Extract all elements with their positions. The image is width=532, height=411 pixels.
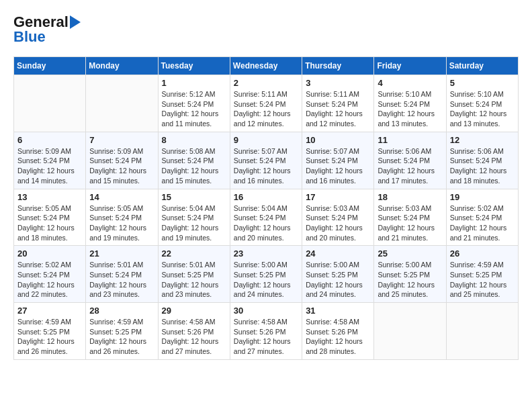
weekday-header-friday: Friday <box>374 57 446 75</box>
calendar-cell: 12Sunrise: 5:06 AM Sunset: 5:24 PM Dayli… <box>446 132 518 189</box>
day-info: Sunrise: 5:05 AM Sunset: 5:24 PM Dayligh… <box>89 203 154 243</box>
weekday-header-thursday: Thursday <box>302 57 374 75</box>
calendar-cell: 29Sunrise: 4:58 AM Sunset: 5:26 PM Dayli… <box>158 303 230 360</box>
day-number: 16 <box>234 192 298 202</box>
day-info: Sunrise: 4:59 AM Sunset: 5:25 PM Dayligh… <box>89 317 154 357</box>
weekday-header-monday: Monday <box>86 57 158 75</box>
calendar-cell: 19Sunrise: 5:02 AM Sunset: 5:24 PM Dayli… <box>446 189 518 246</box>
calendar-cell: 16Sunrise: 5:04 AM Sunset: 5:24 PM Dayli… <box>230 189 302 246</box>
day-number: 30 <box>234 306 298 316</box>
day-number: 27 <box>17 306 82 316</box>
day-number: 18 <box>378 192 442 202</box>
day-number: 29 <box>162 306 226 316</box>
day-number: 26 <box>450 248 515 259</box>
calendar-cell: 6Sunrise: 5:09 AM Sunset: 5:24 PM Daylig… <box>14 132 86 189</box>
calendar-cell: 31Sunrise: 4:58 AM Sunset: 5:26 PM Dayli… <box>302 303 374 360</box>
day-number: 7 <box>89 135 154 145</box>
calendar-week-row: 6Sunrise: 5:09 AM Sunset: 5:24 PM Daylig… <box>14 132 519 189</box>
calendar-cell <box>374 303 446 360</box>
calendar-cell: 5Sunrise: 5:10 AM Sunset: 5:24 PM Daylig… <box>446 75 518 132</box>
calendar-cell: 10Sunrise: 5:07 AM Sunset: 5:24 PM Dayli… <box>302 132 374 189</box>
calendar-cell: 27Sunrise: 4:59 AM Sunset: 5:25 PM Dayli… <box>14 303 86 360</box>
calendar-cell: 13Sunrise: 5:05 AM Sunset: 5:24 PM Dayli… <box>14 189 86 246</box>
day-info: Sunrise: 4:58 AM Sunset: 5:26 PM Dayligh… <box>234 317 298 357</box>
day-number: 8 <box>162 135 226 145</box>
day-info: Sunrise: 4:59 AM Sunset: 5:25 PM Dayligh… <box>17 317 82 357</box>
day-info: Sunrise: 5:07 AM Sunset: 5:24 PM Dayligh… <box>306 146 370 186</box>
day-number: 13 <box>17 192 82 202</box>
calendar-cell: 25Sunrise: 5:00 AM Sunset: 5:25 PM Dayli… <box>374 246 446 303</box>
day-info: Sunrise: 5:11 AM Sunset: 5:24 PM Dayligh… <box>234 89 298 129</box>
page-header: General Blue <box>13 13 519 46</box>
calendar-week-row: 20Sunrise: 5:02 AM Sunset: 5:24 PM Dayli… <box>14 246 519 303</box>
calendar-cell <box>86 75 158 132</box>
day-info: Sunrise: 5:11 AM Sunset: 5:24 PM Dayligh… <box>306 89 370 129</box>
day-number: 14 <box>89 192 154 202</box>
calendar-cell: 11Sunrise: 5:06 AM Sunset: 5:24 PM Dayli… <box>374 132 446 189</box>
day-info: Sunrise: 5:09 AM Sunset: 5:24 PM Dayligh… <box>89 146 154 186</box>
calendar-cell: 3Sunrise: 5:11 AM Sunset: 5:24 PM Daylig… <box>302 75 374 132</box>
day-info: Sunrise: 4:58 AM Sunset: 5:26 PM Dayligh… <box>162 317 226 357</box>
day-number: 4 <box>378 78 442 88</box>
day-info: Sunrise: 5:10 AM Sunset: 5:24 PM Dayligh… <box>378 89 442 129</box>
calendar-cell: 20Sunrise: 5:02 AM Sunset: 5:24 PM Dayli… <box>14 246 86 303</box>
day-info: Sunrise: 5:00 AM Sunset: 5:25 PM Dayligh… <box>306 260 370 300</box>
calendar-table: SundayMondayTuesdayWednesdayThursdayFrid… <box>13 56 519 360</box>
calendar-cell: 30Sunrise: 4:58 AM Sunset: 5:26 PM Dayli… <box>230 303 302 360</box>
weekday-header-wednesday: Wednesday <box>230 57 302 75</box>
day-info: Sunrise: 5:00 AM Sunset: 5:25 PM Dayligh… <box>234 260 298 300</box>
day-number: 20 <box>17 248 82 259</box>
day-number: 22 <box>162 248 226 259</box>
calendar-week-row: 1Sunrise: 5:12 AM Sunset: 5:24 PM Daylig… <box>14 75 519 132</box>
calendar-cell: 15Sunrise: 5:04 AM Sunset: 5:24 PM Dayli… <box>158 189 230 246</box>
day-info: Sunrise: 5:06 AM Sunset: 5:24 PM Dayligh… <box>378 146 442 186</box>
day-number: 6 <box>17 135 82 145</box>
day-info: Sunrise: 5:06 AM Sunset: 5:24 PM Dayligh… <box>450 146 515 186</box>
weekday-header-sunday: Sunday <box>14 57 86 75</box>
logo: General Blue <box>13 13 81 46</box>
calendar-cell: 21Sunrise: 5:01 AM Sunset: 5:24 PM Dayli… <box>86 246 158 303</box>
calendar-cell <box>14 75 86 132</box>
weekday-header-saturday: Saturday <box>446 57 518 75</box>
day-info: Sunrise: 5:03 AM Sunset: 5:24 PM Dayligh… <box>378 203 442 243</box>
day-number: 23 <box>234 248 298 259</box>
day-number: 9 <box>234 135 298 145</box>
day-number: 11 <box>378 135 442 145</box>
day-number: 24 <box>306 248 370 259</box>
calendar-cell: 4Sunrise: 5:10 AM Sunset: 5:24 PM Daylig… <box>374 75 446 132</box>
logo-arrow-icon <box>70 15 81 29</box>
day-number: 3 <box>306 78 370 88</box>
day-info: Sunrise: 4:59 AM Sunset: 5:25 PM Dayligh… <box>450 260 515 300</box>
calendar-week-row: 13Sunrise: 5:05 AM Sunset: 5:24 PM Dayli… <box>14 189 519 246</box>
day-info: Sunrise: 5:01 AM Sunset: 5:24 PM Dayligh… <box>89 260 154 300</box>
day-number: 21 <box>89 248 154 259</box>
day-info: Sunrise: 5:04 AM Sunset: 5:24 PM Dayligh… <box>234 203 298 243</box>
day-info: Sunrise: 5:09 AM Sunset: 5:24 PM Dayligh… <box>17 146 82 186</box>
calendar-cell: 18Sunrise: 5:03 AM Sunset: 5:24 PM Dayli… <box>374 189 446 246</box>
day-number: 25 <box>378 248 442 259</box>
day-number: 17 <box>306 192 370 202</box>
calendar-body: 1Sunrise: 5:12 AM Sunset: 5:24 PM Daylig… <box>14 75 519 360</box>
calendar-cell: 17Sunrise: 5:03 AM Sunset: 5:24 PM Dayli… <box>302 189 374 246</box>
calendar-cell: 24Sunrise: 5:00 AM Sunset: 5:25 PM Dayli… <box>302 246 374 303</box>
calendar-cell: 1Sunrise: 5:12 AM Sunset: 5:24 PM Daylig… <box>158 75 230 132</box>
calendar-cell: 23Sunrise: 5:00 AM Sunset: 5:25 PM Dayli… <box>230 246 302 303</box>
day-info: Sunrise: 5:02 AM Sunset: 5:24 PM Dayligh… <box>450 203 515 243</box>
day-number: 5 <box>450 78 515 88</box>
day-info: Sunrise: 4:58 AM Sunset: 5:26 PM Dayligh… <box>306 317 370 357</box>
calendar-cell: 22Sunrise: 5:01 AM Sunset: 5:25 PM Dayli… <box>158 246 230 303</box>
calendar-cell: 2Sunrise: 5:11 AM Sunset: 5:24 PM Daylig… <box>230 75 302 132</box>
day-info: Sunrise: 5:03 AM Sunset: 5:24 PM Dayligh… <box>306 203 370 243</box>
day-info: Sunrise: 5:05 AM Sunset: 5:24 PM Dayligh… <box>17 203 82 243</box>
calendar-cell: 8Sunrise: 5:08 AM Sunset: 5:24 PM Daylig… <box>158 132 230 189</box>
calendar-header-row: SundayMondayTuesdayWednesdayThursdayFrid… <box>14 57 519 75</box>
day-number: 28 <box>89 306 154 316</box>
day-number: 19 <box>450 192 515 202</box>
calendar-cell: 28Sunrise: 4:59 AM Sunset: 5:25 PM Dayli… <box>86 303 158 360</box>
day-info: Sunrise: 5:00 AM Sunset: 5:25 PM Dayligh… <box>378 260 442 300</box>
calendar-cell: 14Sunrise: 5:05 AM Sunset: 5:24 PM Dayli… <box>86 189 158 246</box>
calendar-cell <box>446 303 518 360</box>
day-number: 12 <box>450 135 515 145</box>
day-number: 10 <box>306 135 370 145</box>
day-info: Sunrise: 5:08 AM Sunset: 5:24 PM Dayligh… <box>162 146 226 186</box>
